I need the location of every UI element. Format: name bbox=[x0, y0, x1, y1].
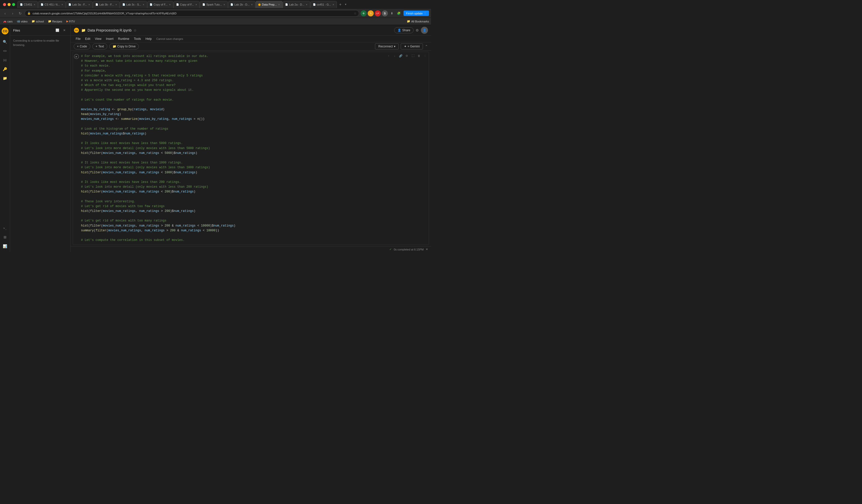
secrets-sidebar-icon[interactable]: 🔑 bbox=[1, 65, 9, 73]
menu-tools[interactable]: Tools bbox=[132, 36, 143, 42]
add-text-button[interactable]: + Text bbox=[92, 43, 107, 50]
link-button[interactable]: 🔗 bbox=[398, 53, 404, 58]
bookmark-label: Recipes bbox=[52, 20, 62, 23]
extensions-icon[interactable]: 🧩 bbox=[396, 10, 402, 16]
settings-icon[interactable]: ⚙ bbox=[416, 28, 419, 32]
download-icon[interactable]: ⬇ bbox=[389, 10, 395, 16]
avatar[interactable]: 👤 bbox=[421, 27, 428, 34]
honey-icon[interactable]: h bbox=[368, 10, 374, 16]
grammarly-icon[interactable]: G bbox=[361, 10, 367, 16]
tab-close-icon[interactable]: × bbox=[195, 3, 198, 6]
tab-dataprep[interactable]: ⬤ Data Prep... × bbox=[256, 1, 283, 8]
tab-copy2[interactable]: 📄 Copy of F... × bbox=[174, 1, 200, 8]
gemini-button[interactable]: ✦ + Gemini bbox=[401, 43, 423, 50]
run-cell-button[interactable]: ▶ bbox=[73, 52, 80, 245]
tab-cs451[interactable]: 📄 CS451 × bbox=[17, 1, 38, 8]
folder-icon: 📁 bbox=[31, 20, 35, 23]
expand-panel-icon[interactable]: ⌃ bbox=[425, 44, 428, 49]
cars-icon: 🚗 bbox=[3, 20, 6, 23]
close-button[interactable] bbox=[3, 3, 6, 6]
menu-edit[interactable]: Edit bbox=[83, 36, 92, 42]
tab-close-icon[interactable]: × bbox=[142, 3, 145, 6]
forward-button[interactable]: › bbox=[10, 10, 16, 16]
file-panel-square-icon[interactable]: ⬜ bbox=[54, 27, 60, 33]
tab-close-icon[interactable]: × bbox=[115, 3, 118, 6]
tab-favicon: 📄 bbox=[285, 3, 288, 6]
table-sidebar-icon[interactable]: ⊞ bbox=[1, 233, 9, 241]
finish-update-button[interactable]: Finish update ⋮ bbox=[404, 11, 429, 16]
tab-lab3b[interactable]: 📄 Lab 3b - F... × bbox=[93, 1, 120, 8]
tab-overflow-button[interactable]: ▾ bbox=[344, 3, 348, 6]
code-content[interactable]: # For example, we took into account all … bbox=[80, 52, 429, 245]
tab-lab3a[interactable]: 📄 Lab 3a - F... × bbox=[66, 1, 93, 8]
bookmark-cars[interactable]: 🚗 cars bbox=[2, 19, 14, 24]
tab-lab2b[interactable]: 📄 Lab 2b - D... × bbox=[228, 1, 256, 8]
menu-help[interactable]: Help bbox=[144, 36, 154, 42]
variables-sidebar-icon[interactable]: {x} bbox=[1, 56, 9, 64]
tab-lab2a[interactable]: 📄 Lab 2a - D... × bbox=[283, 1, 310, 8]
bookmark-star-icon[interactable]: ☆ bbox=[354, 12, 356, 15]
menu-insert[interactable]: Insert bbox=[104, 36, 116, 42]
expand-cell-button[interactable]: ⛶ bbox=[410, 53, 416, 58]
tab-cs451g[interactable]: 📄 cs451 - G... × bbox=[310, 1, 337, 8]
tab-close-icon[interactable]: × bbox=[33, 3, 36, 6]
tab-close-icon[interactable]: × bbox=[332, 3, 335, 6]
bookmark-label: FiTV bbox=[69, 20, 75, 23]
menu-file[interactable]: File bbox=[74, 36, 82, 42]
tab-lab3c[interactable]: 📄 Lab 3c - S... × bbox=[120, 1, 147, 8]
status-time-text: 0s completed at 6:15PM bbox=[394, 248, 424, 251]
notebook-title[interactable]: Data Preprocessing R.ipynb bbox=[88, 28, 131, 32]
lastpass-icon[interactable]: LP bbox=[375, 10, 381, 16]
reload-button[interactable]: ↻ bbox=[17, 10, 23, 16]
terminal-sidebar-icon[interactable]: >_ bbox=[1, 224, 9, 232]
tab-close-icon[interactable]: × bbox=[305, 3, 308, 6]
add-code-button[interactable]: + Code bbox=[74, 43, 90, 50]
cell-settings-button[interactable]: ⚙ bbox=[404, 53, 409, 58]
maximize-button[interactable] bbox=[12, 3, 15, 6]
share-button[interactable]: 👤 Share bbox=[394, 27, 414, 33]
tab-close-icon[interactable]: × bbox=[251, 3, 253, 6]
s-extension-icon[interactable]: S bbox=[382, 10, 388, 16]
more-options-button[interactable]: ⋮ bbox=[422, 53, 428, 58]
plus-icon: + bbox=[77, 45, 79, 48]
tab-copy1[interactable]: 📄 Copy of F... × bbox=[147, 1, 173, 8]
back-button[interactable]: ‹ bbox=[2, 10, 8, 16]
delete-cell-button[interactable]: 🗑 bbox=[416, 53, 422, 58]
tab-close-icon[interactable]: × bbox=[61, 3, 64, 6]
address-input[interactable] bbox=[25, 10, 359, 17]
colab-logo: CO bbox=[1, 27, 9, 35]
tab-label: Lab 2a - D... bbox=[289, 3, 304, 6]
bookmark-video[interactable]: 📹 video bbox=[16, 19, 28, 24]
move-down-button[interactable]: ↓ bbox=[392, 53, 397, 58]
status-close-button[interactable]: ✕ bbox=[426, 248, 428, 251]
menu-view[interactable]: View bbox=[93, 36, 103, 42]
bookmark-fitv[interactable]: ▶ FiTV bbox=[65, 19, 76, 24]
tab-close-icon[interactable]: × bbox=[88, 3, 91, 6]
files-sidebar-icon[interactable]: 📁 bbox=[1, 74, 9, 82]
star-icon[interactable]: ☆ bbox=[133, 28, 137, 32]
bookmark-school[interactable]: 📁 school bbox=[30, 19, 45, 24]
chart-sidebar-icon[interactable]: 📊 bbox=[1, 242, 9, 250]
move-up-button[interactable]: ↑ bbox=[386, 53, 391, 58]
tab-bar: 📄 CS451 × 📄 CS 451 / 6... × 📄 Lab 3a - F… bbox=[0, 0, 431, 9]
code-sidebar-icon[interactable]: <> bbox=[1, 47, 9, 55]
all-bookmarks-label[interactable]: All Bookmarks bbox=[411, 20, 429, 23]
minimize-button[interactable] bbox=[8, 3, 11, 6]
copy-to-drive-button[interactable]: 📁 Copy to Drive bbox=[109, 43, 139, 50]
tab-close-icon[interactable]: × bbox=[278, 3, 280, 6]
tab-cs451-6[interactable]: 📄 CS 451 / 6... × bbox=[38, 1, 66, 8]
file-panel-close-icon[interactable]: ✕ bbox=[61, 27, 67, 33]
reconnect-button[interactable]: Reconnect ▾ bbox=[375, 43, 399, 50]
cannot-save-text[interactable]: Cannot save changes bbox=[156, 37, 183, 40]
bookmark-recipes[interactable]: 📁 Recipes bbox=[47, 19, 63, 24]
tab-spark[interactable]: 📄 Spark Tuto... × bbox=[200, 1, 227, 8]
bookmarks-bar: 🚗 cars 📹 video 📁 school 📁 Recipes ▶ FiTV… bbox=[0, 18, 431, 25]
gemini-icon: ✦ bbox=[404, 45, 406, 48]
search-sidebar-icon[interactable]: 🔍 bbox=[1, 38, 9, 46]
new-tab-button[interactable]: + bbox=[337, 1, 344, 8]
code-cell-container[interactable]: ▶ # For example, we took into account al… bbox=[71, 51, 431, 246]
menu-runtime[interactable]: Runtime bbox=[116, 36, 131, 42]
tab-close-icon[interactable]: × bbox=[223, 3, 226, 6]
tab-close-icon[interactable]: × bbox=[169, 3, 171, 6]
file-panel-header: Files ⬜ ✕ bbox=[10, 25, 70, 36]
